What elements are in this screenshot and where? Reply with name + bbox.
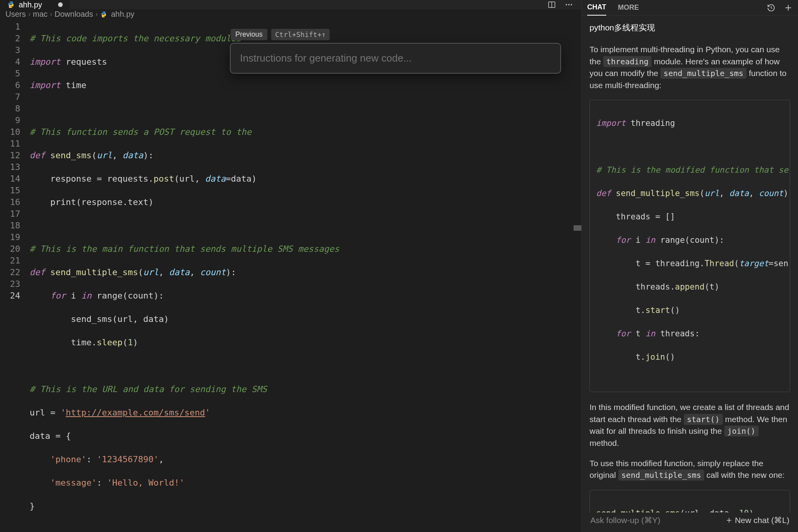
inline-code: join() — [724, 426, 759, 437]
tab-filename: ahh.py — [19, 0, 42, 9]
tab-dirty-icon[interactable] — [58, 2, 63, 7]
code-editor[interactable]: 123456789101112131415161718192021222324 … — [0, 19, 581, 532]
chat-body: python多线程实现 To implement multi-threading… — [582, 16, 798, 513]
editor-pane: ahh.py Users › mac › Downloads › — [0, 0, 581, 532]
crumb[interactable]: Users — [5, 10, 26, 19]
tab-bar: ahh.py — [0, 0, 581, 10]
minimap-indicator[interactable] — [574, 225, 581, 231]
instruction-input[interactable] — [231, 44, 560, 73]
instruction-dialog: Previous Ctrl+Shift+↑ — [230, 43, 561, 74]
new-chat-button[interactable]: New chat (⌘L) — [726, 516, 789, 525]
chat-code-block[interactable]: import threading # This is the modified … — [590, 100, 790, 392]
tab-more[interactable]: MORE — [618, 0, 639, 15]
chat-paragraph: To implement multi-threading in Python, … — [590, 44, 790, 91]
chat-paragraph: In this modified function, we create a l… — [590, 401, 790, 449]
chat-tabbar: CHAT MORE — [582, 0, 798, 16]
inline-code: send_multiple_sms — [660, 68, 747, 79]
gutter: 123456789101112131415161718192021222324 — [0, 19, 26, 532]
tab-chat[interactable]: CHAT — [587, 0, 606, 16]
more-actions-icon[interactable] — [564, 0, 574, 9]
svg-point-3 — [568, 4, 570, 5]
inline-code: start() — [684, 414, 723, 425]
crumb[interactable]: mac — [33, 10, 48, 19]
python-file-icon — [100, 11, 107, 18]
crumb[interactable]: Downloads — [55, 10, 93, 19]
python-file-icon — [7, 1, 15, 9]
chat-input-row: Ask follow-up (⌘Y) New chat (⌘L) — [582, 513, 798, 532]
history-icon[interactable] — [767, 4, 775, 12]
split-editor-icon[interactable] — [547, 0, 556, 9]
chevron-right-icon: › — [50, 10, 52, 18]
chevron-right-icon: › — [28, 10, 30, 18]
chat-code-block[interactable]: send_multiple_sms(url, data, 10) — [590, 490, 790, 513]
chevron-right-icon: › — [95, 10, 98, 18]
code-content[interactable]: # This code imports the necessary module… — [26, 19, 581, 532]
inline-code: send_multiple_sms — [618, 470, 704, 481]
chat-user-query: python多线程实现 — [590, 22, 790, 34]
svg-point-2 — [566, 4, 567, 5]
crumb[interactable]: ahh.py — [111, 10, 134, 19]
dialog-header: Previous Ctrl+Shift+↑ — [231, 29, 330, 40]
svg-point-4 — [571, 4, 572, 5]
inline-code: threading — [603, 56, 651, 67]
chat-paragraph: To use this modified function, simply re… — [590, 458, 790, 481]
breadcrumb[interactable]: Users › mac › Downloads › ahh.py — [0, 10, 581, 19]
keyboard-shortcut: Ctrl+Shift+↑ — [271, 29, 330, 40]
tab-actions — [547, 0, 581, 9]
plus-icon — [726, 517, 733, 524]
followup-input[interactable]: Ask follow-up (⌘Y) — [590, 516, 660, 525]
plus-icon[interactable] — [784, 4, 793, 12]
previous-button[interactable]: Previous — [231, 29, 267, 40]
tab-file[interactable]: ahh.py — [0, 0, 70, 9]
chat-pane: CHAT MORE python多线程实现 To implement multi… — [581, 0, 798, 532]
chat-tab-actions — [767, 4, 793, 12]
